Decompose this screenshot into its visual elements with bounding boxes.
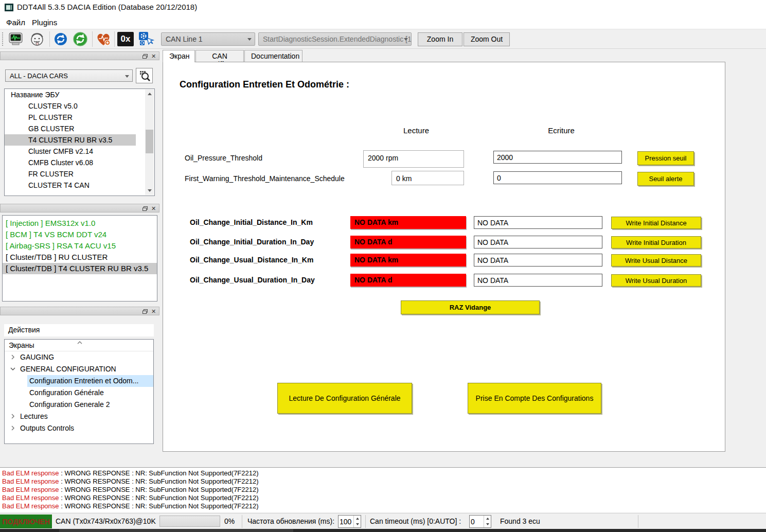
diag-session-combo-value: StartDiagnosticSession.ExtendedDiagnosti… [263,35,412,43]
status-separator [638,515,638,528]
tree-item-config-generale[interactable]: Configuration Générale [5,387,153,399]
refresh-green-icon[interactable] [72,31,89,47]
dock-close-icon[interactable]: ✕ [150,52,157,60]
ecu-search-button[interactable] [136,68,153,83]
ecu-list-item[interactable]: PL CLUSTER [5,112,154,123]
app-icon [5,4,13,11]
ecu-list-item[interactable]: CMFB Cluster v6.08 [5,157,154,168]
field-label: Oil_Change_Initial_Distance_In_Km [190,218,313,226]
log-console[interactable]: Bad ELM response : WRONG RESPONSE : NR: … [0,467,766,512]
stepper-down-icon[interactable] [484,522,491,528]
tab-screen[interactable]: Экран [163,50,195,62]
raz-vidange-button[interactable]: RAZ Vidange [401,300,540,314]
diagnostic-heart-icon[interactable] [95,31,112,47]
menu-file[interactable]: Файл [3,17,28,28]
scroll-down-icon[interactable] [145,186,154,195]
ecriture-input[interactable] [474,254,602,267]
refresh-rate-input[interactable] [340,516,353,527]
refresh-blue-icon[interactable] [52,31,69,47]
log-error-text: : WRONG RESPONSE : NR: SubFunction Not S… [59,494,259,502]
tree-item-general-configuration[interactable]: GENERAL CONFIGURATION [5,363,153,375]
ecu-list-item[interactable]: Cluster CMFB v2.14 [5,146,154,157]
log-error-text: : WRONG RESPONSE : NR: SubFunction Not S… [59,477,259,485]
tab-documentation[interactable]: Documentation [244,50,302,62]
progress-bar [159,516,220,527]
tree-item-gauging[interactable]: GAUGING [5,351,153,363]
tree-item-lectures[interactable]: Lectures [5,411,153,422]
actions-filter-field[interactable]: Действия [4,324,154,336]
status-separator [242,515,242,528]
ecu-list-item[interactable]: CLUSTER T4 CAN [5,180,154,191]
log-error-prefix: Bad ELM response [2,486,59,493]
ecriture-input[interactable] [493,151,622,164]
ecu-list-item[interactable]: GB CLUSTER [5,123,154,134]
read-general-config-button[interactable]: Lecture De Configuration Générale [277,383,412,414]
ecu-list-item-selected[interactable]: T4 CLUSTER RU BR v3.5 [5,134,136,146]
detected-ecu-dock: ✕ [ Injection ] EMS312x v1.0 [ BCM ] T4 … [0,204,159,306]
toolbar-drag-handle[interactable] [2,32,5,46]
log-line: Bad ELM response : WRONG RESPONSE : NR: … [2,486,766,494]
diag-session-combo[interactable]: StartDiagnosticSession.ExtendedDiagnosti… [258,32,412,46]
hex-mode-icon[interactable]: 0x [117,31,134,47]
ecu-list-item[interactable]: CLUSTER v5.0 [5,100,154,112]
tree-item-config-entretien[interactable]: Configuration Entretien et Odom... [5,375,153,387]
dock-title-bar: ✕ [0,307,159,315]
dock-close-icon[interactable]: ✕ [150,308,157,315]
tree-item-label: Configuration Générale [5,388,104,397]
dock-float-icon[interactable] [141,52,149,60]
ecriture-input[interactable] [474,216,602,229]
can-timeout-input[interactable] [471,516,483,527]
scrollbar-thumb[interactable] [146,130,153,153]
dock-float-icon[interactable] [141,308,149,315]
detected-ecu-item[interactable]: [ Injection ] EMS312x v1.0 [3,218,157,229]
tab-can-sniffer[interactable]: CAN Sniffer [195,50,244,62]
menu-plugins[interactable]: Plugins [29,17,60,28]
ecriture-input[interactable] [474,274,602,287]
plugin-settings-hand-icon[interactable] [137,31,155,47]
ecriture-input[interactable] [474,236,602,249]
zoom-out-button[interactable]: Zoom Out [464,32,510,46]
vehicle-filter-combo[interactable]: ALL - DACIA CARS [5,69,133,82]
ecu-list-header[interactable]: Название ЭБУ [5,89,154,100]
stepper-down-icon[interactable] [354,522,361,528]
detected-ecu-item[interactable]: [ Airbag-SRS ] RSA T4 ACU v15 [3,240,157,252]
stepper-up-icon[interactable] [484,516,491,522]
log-line: Bad ELM response : WRONG RESPONSE : NR: … [2,477,766,486]
seuil-alerte-button[interactable]: Seuil alerte [637,172,694,186]
ecu-list-scrollbar[interactable] [145,90,154,195]
log-line: Bad ELM response : WRONG RESPONSE : NR: … [2,469,766,477]
toolbar-separator [49,31,50,47]
detected-ecu-item[interactable]: [ Cluster/TDB ] RU CLUSTER [3,252,157,263]
tree-header[interactable]: Экраны [5,340,153,351]
write-usual-duration-button[interactable]: Write Usual Duration [611,274,701,287]
detected-ecu-list: [ Injection ] EMS312x v1.0 [ BCM ] T4 VS… [2,215,157,302]
log-line: Bad ELM response : WRONG RESPONSE : NR: … [2,494,766,502]
scope-monitor-icon[interactable] [7,31,25,47]
stepper-up-icon[interactable] [354,516,361,522]
tree-item-label-selected: Configuration Entretien et Odom... [27,375,153,387]
detected-ecu-item-selected[interactable]: [ Cluster/TDB ] T4 CLUSTER RU BR v3.5 [3,263,157,274]
lecture-nodata-value: NO DATA d [350,274,466,287]
tree-item-config-generale-2[interactable]: Configuration Generale 2 [5,399,153,411]
can-line-combo[interactable]: CAN Line 1 [161,32,255,46]
scroll-up-icon[interactable] [145,90,154,98]
refresh-rate-stepper[interactable] [338,515,361,528]
zoom-in-button[interactable]: Zoom In [418,32,462,46]
apply-configs-button[interactable]: Prise En Compte Des Configurations [468,383,601,414]
write-initial-distance-button[interactable]: Write Initial Distance [611,217,701,229]
detected-ecu-item[interactable]: [ BCM ] T4 VS BCM DDT v24 [3,229,157,240]
tree-item-outputs-controls[interactable]: Outputs Controls [5,422,153,434]
ecriture-input[interactable] [493,171,622,184]
pression-seuil-button[interactable]: Pression seuil [637,151,694,165]
lecture-nodata-value: NO DATA d [350,236,466,249]
toolbar: 0x CAN Line 1 StartDiagnosticSession.Ext… [0,29,766,49]
dock-float-icon[interactable] [141,205,149,212]
expert-mode-einstein-icon[interactable] [28,31,46,47]
ecu-list-item[interactable]: FR CLUSTER [5,168,154,180]
screens-tree: Экраны GAUGING GENERAL CONFIGURATION Con… [4,339,154,444]
can-timeout-stepper[interactable] [469,515,491,528]
progress-percent: 0% [224,517,235,525]
write-initial-duration-button[interactable]: Write Initial Duration [611,236,701,249]
write-usual-distance-button[interactable]: Write Usual Distance [611,254,701,267]
dock-close-icon[interactable]: ✕ [150,205,157,212]
